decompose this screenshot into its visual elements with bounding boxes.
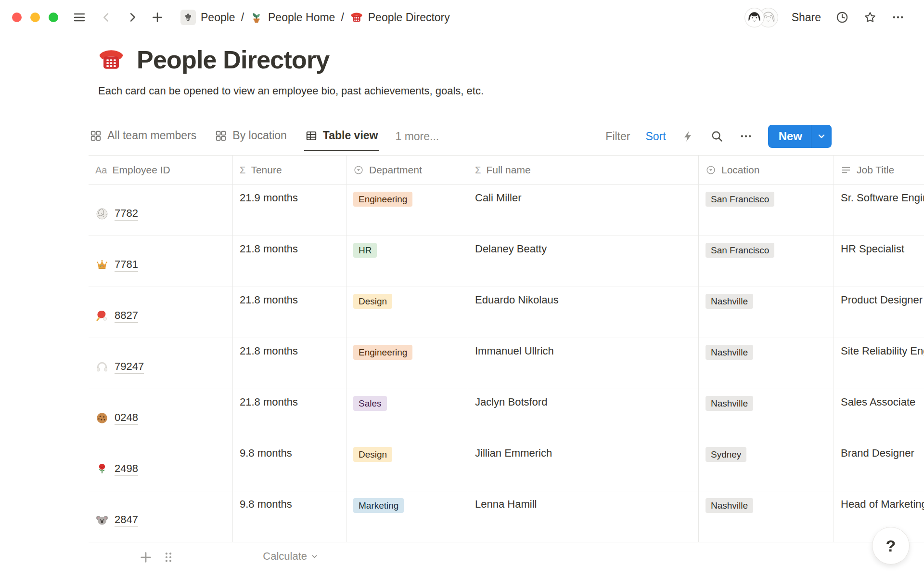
window-controls <box>12 13 58 22</box>
cell-job-title[interactable]: Sr. Software Engineer <box>834 185 924 236</box>
cell-location[interactable]: San Francisco <box>699 236 834 287</box>
column-header-tenure[interactable]: ΣTenure <box>233 156 346 184</box>
favorite-star-icon[interactable] <box>863 11 877 24</box>
view-controls: Filter Sort New <box>605 121 832 151</box>
sort-button[interactable]: Sort <box>645 130 666 143</box>
cell-full-name[interactable]: Jaclyn Botsford <box>468 389 699 440</box>
cell-department[interactable]: Sales <box>346 389 468 440</box>
cell-location[interactable]: Nashville <box>699 491 834 542</box>
cell-job-title[interactable]: Brand Designer <box>834 440 924 491</box>
new-button[interactable]: New <box>768 125 811 148</box>
cell-location[interactable]: Nashville <box>699 287 834 338</box>
cell-department[interactable]: Design <box>346 440 468 491</box>
red-telephone-icon <box>350 11 363 24</box>
cell-job-title[interactable]: Site Reliability Engineer <box>834 338 924 389</box>
cell-department[interactable]: Marketing <box>346 491 468 542</box>
view-options-icon[interactable] <box>739 130 753 143</box>
cell-job-title[interactable]: Sales Associate <box>834 389 924 440</box>
cell-tenure[interactable]: 21.9 months <box>233 185 346 236</box>
department-badge: Engineering <box>353 192 412 207</box>
cell-full-name[interactable]: Eduardo Nikolaus <box>468 287 699 338</box>
calculate-button[interactable]: Calculate <box>139 550 319 563</box>
cell-full-name[interactable]: Lenna Hamill <box>468 491 699 542</box>
share-button[interactable]: Share <box>792 11 821 24</box>
cell-full-name[interactable]: Delaney Beatty <box>468 236 699 287</box>
page-red-telephone-icon[interactable] <box>97 46 125 74</box>
help-button[interactable]: ? <box>872 527 910 565</box>
cell-tenure[interactable]: 21.8 months <box>233 338 346 389</box>
cell-employee-id[interactable]: 79247 <box>89 338 233 389</box>
table-row: 7924721.8 monthsEngineeringImmanuel Ullr… <box>89 338 924 389</box>
cell-employee-id[interactable]: 0248 <box>89 389 233 440</box>
cell-location[interactable]: Sydney <box>699 440 834 491</box>
page-description[interactable]: Each card can be opened to view an emplo… <box>98 85 924 97</box>
cell-tenure[interactable]: 9.8 months <box>233 491 346 542</box>
updates-clock-icon[interactable] <box>835 11 849 24</box>
cell-full-name[interactable]: Jillian Emmerich <box>468 440 699 491</box>
breadcrumb-item-people-directory[interactable]: People Directory <box>350 11 450 24</box>
breadcrumb: People / People Home / People Directory <box>180 10 450 25</box>
department-badge: HR <box>353 243 377 258</box>
avatar[interactable] <box>744 8 764 27</box>
employee-id-link[interactable]: 2498 <box>115 462 138 476</box>
forward-icon[interactable] <box>126 11 139 24</box>
employee-id-link[interactable]: 7781 <box>115 258 138 272</box>
employee-id-link[interactable]: 7782 <box>115 207 138 221</box>
cell-full-name[interactable]: Immanuel Ullrich <box>468 338 699 389</box>
column-label: Location <box>721 164 759 176</box>
cell-department[interactable]: Engineering <box>346 338 468 389</box>
employee-id-link[interactable]: 0248 <box>115 411 138 425</box>
tab-table-view[interactable]: Table view <box>304 121 379 151</box>
employee-id-link[interactable]: 8827 <box>115 309 138 323</box>
search-icon[interactable] <box>710 130 724 143</box>
breadcrumb-item-people-home[interactable]: People Home <box>250 11 335 24</box>
minimize-window-button[interactable] <box>30 13 40 22</box>
employee-id-link[interactable]: 2847 <box>115 513 138 527</box>
cell-employee-id[interactable]: 7781 <box>89 236 233 287</box>
tab-all-team-members[interactable]: All team members <box>89 121 197 151</box>
department-badge: Sales <box>353 396 387 411</box>
location-badge: San Francisco <box>706 243 774 258</box>
automation-lightning-icon[interactable] <box>681 130 695 143</box>
cell-employee-id[interactable]: 2847 <box>89 491 233 542</box>
tab-by-location[interactable]: By location <box>214 121 288 151</box>
column-header-job-title[interactable]: Job Title <box>834 156 924 184</box>
breadcrumb-item-people[interactable]: People <box>180 10 235 25</box>
column-label: Employee ID <box>112 164 170 176</box>
cell-employee-id[interactable]: 8827 <box>89 287 233 338</box>
cell-department[interactable]: Design <box>346 287 468 338</box>
cell-job-title[interactable]: Product Designer <box>834 287 924 338</box>
cell-tenure[interactable]: 9.8 months <box>233 440 346 491</box>
cell-full-name[interactable]: Cali Miller <box>468 185 699 236</box>
filter-button[interactable]: Filter <box>605 130 630 143</box>
cell-tenure[interactable]: 21.8 months <box>233 389 346 440</box>
people-table: AaEmployee IDΣTenureDepartmentΣFull name… <box>89 155 924 573</box>
cell-location[interactable]: Nashville <box>699 338 834 389</box>
cell-location[interactable]: San Francisco <box>699 185 834 236</box>
close-window-button[interactable] <box>12 13 22 22</box>
view-toolbar: All team membersBy locationTable view1 m… <box>89 121 832 151</box>
tab-label: All team members <box>107 129 196 142</box>
cell-department[interactable]: HR <box>346 236 468 287</box>
column-header-full-name[interactable]: ΣFull name <box>468 156 699 184</box>
cell-department[interactable]: Engineering <box>346 185 468 236</box>
cell-location[interactable]: Nashville <box>699 389 834 440</box>
cell-tenure[interactable]: 21.8 months <box>233 287 346 338</box>
table-row: 778221.9 monthsEngineeringCali MillerSan… <box>89 185 924 236</box>
sidebar-menu-icon[interactable] <box>73 11 86 24</box>
cell-employee-id[interactable]: 2498 <box>89 440 233 491</box>
column-header-location[interactable]: Location <box>699 156 834 184</box>
cell-tenure[interactable]: 21.8 months <box>233 236 346 287</box>
back-icon[interactable] <box>100 11 113 24</box>
employee-id-link[interactable]: 79247 <box>115 360 144 374</box>
zoom-window-button[interactable] <box>49 13 58 22</box>
column-header-employee-id[interactable]: AaEmployee ID <box>89 156 233 184</box>
new-page-icon[interactable] <box>151 11 164 24</box>
page-title[interactable]: People Directory <box>137 45 329 74</box>
cell-employee-id[interactable]: 7782 <box>89 185 233 236</box>
more-views-button[interactable]: 1 more... <box>395 121 439 151</box>
new-button-dropdown[interactable] <box>811 125 832 148</box>
more-options-icon[interactable] <box>891 11 905 24</box>
column-header-department[interactable]: Department <box>346 156 468 184</box>
cell-job-title[interactable]: HR Specialist <box>834 236 924 287</box>
